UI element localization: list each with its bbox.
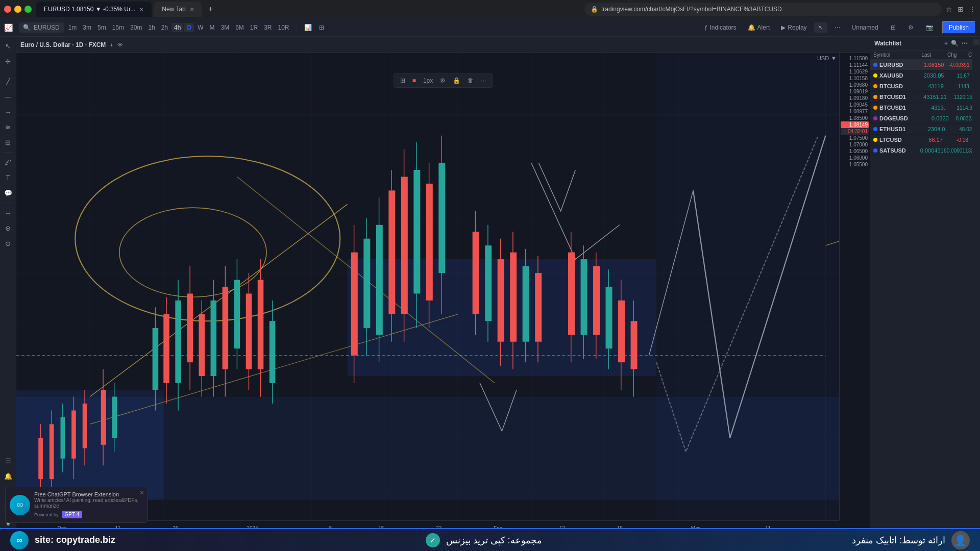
chart-eye-icon[interactable]: 👁 [117, 42, 123, 48]
wl-row-btcusd2[interactable]: BTCUSD1 4313.. 1114.9 2.65% [870, 103, 972, 113]
window-controls[interactable] [4, 6, 32, 13]
dot-btcusd [873, 84, 877, 88]
tf-6M[interactable]: 6M [233, 23, 247, 32]
svg-rect-126 [568, 253, 575, 335]
popup-close-icon[interactable]: ✕ [139, 489, 144, 496]
new-tab-button[interactable]: + [204, 5, 217, 14]
channel-tool[interactable]: ⊟ [1, 135, 15, 149]
measure-tool[interactable]: ↔ [1, 206, 15, 220]
banner-check-icon: ✓ [426, 533, 440, 547]
layout-icon[interactable]: ⊞ [887, 22, 900, 33]
dt-settings-icon[interactable]: ⚙ [437, 76, 449, 86]
tf-1R[interactable]: 1R [248, 23, 260, 32]
trend-line-tool[interactable]: ╱ [1, 74, 15, 88]
tf-M[interactable]: M [207, 23, 217, 32]
crosshair-tool[interactable]: ✛ [1, 54, 15, 68]
popup-subtitle: Write articles/ AI painting, read articl… [34, 497, 143, 509]
replay-label: Replay [788, 24, 806, 31]
dt-linewidth-label[interactable]: 1px [420, 76, 436, 86]
tf-3R[interactable]: 3R [261, 23, 274, 32]
wl-row-btcusd1[interactable]: BTCUSD1 43151.21 1120.15 2.67% [870, 92, 972, 103]
tf-15m[interactable]: 15m [110, 23, 127, 32]
wl-chg-satsusd: 0.00001132 [947, 148, 972, 154]
tf-5m[interactable]: 5m [95, 23, 109, 32]
dt-delete-icon[interactable]: 🗑 [464, 76, 477, 86]
address-bar[interactable]: 🔒 tradingview.com/chart/cMbjOsFI/?symbol… [584, 3, 942, 16]
price-2: 1.11144 [841, 62, 869, 68]
wl-row-xauusd[interactable]: XAUUSD 2030.05 11.67 0.58% [870, 70, 972, 81]
alert-btn[interactable]: 🔔 Alert [744, 22, 774, 33]
tf-1h[interactable]: 1h [145, 23, 157, 32]
svg-rect-84 [351, 253, 358, 356]
wl-more-icon[interactable]: ⋯ [962, 40, 968, 47]
callout-tool[interactable]: 💬 [1, 186, 15, 200]
tab-2[interactable]: New Tab ✕ [154, 2, 202, 17]
tf-1m[interactable]: 1m [66, 23, 80, 32]
fib-tool[interactable]: ≋ [1, 120, 15, 134]
dt-lock-icon[interactable]: 🔒 [450, 76, 463, 86]
extensions-icon[interactable]: ⊞ [958, 5, 964, 13]
tf-3M[interactable]: 3M [218, 23, 232, 32]
publish-button[interactable]: Publish [942, 21, 976, 34]
svg-rect-48 [112, 397, 117, 438]
wl-row-dogeusd[interactable]: DOGEUSD 0.0820 0.00323 4.10% [870, 113, 972, 124]
wl-row-satsusd[interactable]: SATSUSD 0.0004316 0.00001132 2.69% [870, 145, 972, 156]
tf-30m[interactable]: 30m [128, 23, 144, 32]
wl-row-eurusd[interactable]: EURUSD 1.08150 -0.00391 -0.26% [870, 60, 972, 70]
dot-xauusd [873, 73, 877, 78]
right-edge [972, 37, 980, 551]
dt-color-icon[interactable]: ■ [409, 76, 419, 86]
watchlist-tool[interactable]: ☰ [1, 454, 15, 468]
cursor-btn[interactable]: ↖ [814, 22, 827, 33]
wl-search-icon[interactable]: 🔍 [951, 40, 959, 47]
svg-rect-117 [510, 253, 517, 342]
star-icon[interactable]: ☆ [946, 5, 952, 13]
tab-active[interactable]: EURUSD 1.08150 ▼ -0.35% Ur... ✕ [36, 2, 152, 17]
tf-3m[interactable]: 3m [80, 23, 94, 32]
cursor-tool[interactable]: ↖ [1, 39, 15, 53]
ray-tool[interactable]: → [1, 105, 15, 119]
horizontal-line-tool[interactable]: — [1, 89, 15, 104]
settings-icon[interactable]: ⚙ [904, 22, 918, 33]
unnamed-btn[interactable]: Unnamed [848, 22, 883, 33]
alerts-tool[interactable]: 🔔 [1, 469, 15, 483]
dt-more-icon[interactable]: ··· [478, 76, 489, 86]
minimize-btn[interactable] [14, 6, 21, 13]
tab-close-icon[interactable]: ✕ [139, 7, 143, 12]
maximize-btn[interactable] [24, 6, 32, 13]
right-edge-btn[interactable] [973, 39, 979, 45]
tf-4h[interactable]: 4h [172, 23, 183, 32]
menu-icon[interactable]: ⋮ [969, 5, 976, 13]
dt-grid-icon[interactable]: ⊞ [397, 76, 408, 86]
candle-chart-area[interactable]: ⊞ ■ 1px ⚙ 🔒 🗑 ··· 1.11500 1.11144 1.1062… [16, 53, 870, 520]
snapshot-icon[interactable]: 📷 [922, 22, 938, 33]
svg-rect-138 [618, 300, 625, 362]
compare-icon[interactable]: ⊞ [316, 23, 327, 32]
chart-add-icon[interactable]: + [110, 42, 113, 48]
more-tools-btn[interactable]: ⋯ [830, 22, 845, 33]
tf-10R[interactable]: 10R [275, 23, 291, 32]
svg-rect-42 [83, 404, 87, 448]
toolbar-divider-1 [3, 71, 13, 71]
tf-2h[interactable]: 2h [159, 23, 170, 32]
close-btn[interactable] [4, 6, 11, 13]
zoom-tool[interactable]: ⊕ [1, 221, 15, 235]
text-tool[interactable]: T [1, 170, 15, 185]
col-chg: Chg [931, 52, 957, 58]
svg-rect-54 [163, 314, 169, 383]
symbol-search[interactable]: 🔍 EURUSD [19, 22, 64, 33]
replay-btn[interactable]: ▶ Replay [777, 22, 811, 33]
tf-D[interactable]: D [184, 23, 194, 32]
indicators-btn[interactable]: ƒ Indicators [700, 22, 741, 33]
tab2-close-icon[interactable]: ✕ [190, 7, 194, 12]
wl-row-ethusd[interactable]: ETHUSD1 2304.0. 48.02 2.13% [870, 124, 972, 135]
chart-type-icon[interactable]: 📊 [302, 23, 314, 32]
tab2-label: New Tab [162, 6, 185, 13]
wl-row-btcusd[interactable]: BTCUSD 43119 1143 2.72% [870, 81, 972, 92]
wl-add-icon[interactable]: + [944, 40, 948, 47]
tf-W[interactable]: W [195, 23, 206, 32]
magnet-tool[interactable]: ⊙ [1, 236, 15, 251]
wl-row-ltcusd[interactable]: LTCUSD 66.17 -0.18 -0.26% [870, 135, 972, 145]
svg-rect-72 [234, 280, 240, 349]
brush-tool[interactable]: 🖊 [1, 155, 15, 169]
